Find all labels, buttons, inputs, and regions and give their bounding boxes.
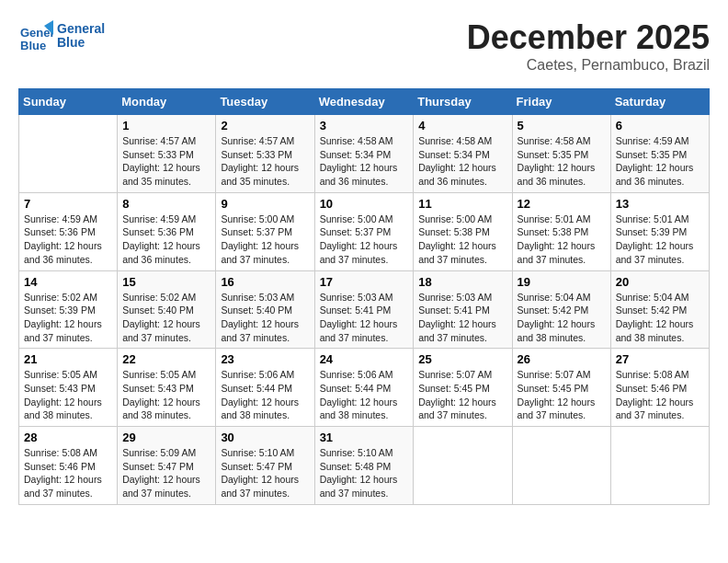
- calendar-cell: 9Sunrise: 5:00 AM Sunset: 5:37 PM Daylig…: [216, 192, 314, 270]
- day-info: Sunrise: 5:06 AM Sunset: 5:44 PM Dayligh…: [221, 368, 309, 422]
- day-info: Sunrise: 4:58 AM Sunset: 5:34 PM Dayligh…: [320, 134, 409, 189]
- calendar-cell: 2Sunrise: 4:57 AM Sunset: 5:33 PM Daylig…: [216, 115, 314, 193]
- day-info: Sunrise: 5:00 AM Sunset: 5:38 PM Dayligh…: [418, 213, 506, 267]
- day-info: Sunrise: 5:04 AM Sunset: 5:42 PM Dayligh…: [518, 291, 606, 345]
- day-info: Sunrise: 5:01 AM Sunset: 5:39 PM Dayligh…: [616, 213, 704, 267]
- calendar-cell: 31Sunrise: 5:10 AM Sunset: 5:48 PM Dayli…: [314, 427, 414, 505]
- calendar-week-3: 14Sunrise: 5:02 AM Sunset: 5:39 PM Dayli…: [19, 270, 710, 349]
- day-number: 19: [518, 275, 606, 289]
- calendar-cell: 19Sunrise: 5:04 AM Sunset: 5:42 PM Dayli…: [512, 270, 610, 349]
- day-info: Sunrise: 5:00 AM Sunset: 5:37 PM Dayligh…: [221, 213, 309, 267]
- calendar-cell: 6Sunrise: 4:59 AM Sunset: 5:35 PM Daylig…: [610, 115, 709, 193]
- day-number: 26: [518, 352, 606, 366]
- day-number: 8: [122, 197, 210, 211]
- calendar-cell: 26Sunrise: 5:07 AM Sunset: 5:45 PM Dayli…: [512, 349, 610, 427]
- calendar-cell: 20Sunrise: 5:04 AM Sunset: 5:42 PM Dayli…: [610, 270, 709, 349]
- page-header: General Blue General Blue December 2025 …: [18, 18, 710, 74]
- day-number: 14: [24, 275, 112, 289]
- day-info: Sunrise: 5:05 AM Sunset: 5:43 PM Dayligh…: [122, 368, 210, 422]
- header-wednesday: Wednesday: [314, 89, 414, 115]
- calendar-cell: 15Sunrise: 5:02 AM Sunset: 5:40 PM Dayli…: [118, 270, 216, 349]
- day-info: Sunrise: 5:09 AM Sunset: 5:47 PM Dayligh…: [122, 446, 210, 500]
- day-number: 24: [320, 352, 409, 366]
- day-number: 10: [320, 197, 409, 211]
- calendar-cell: 29Sunrise: 5:09 AM Sunset: 5:47 PM Dayli…: [118, 427, 216, 505]
- day-info: Sunrise: 4:58 AM Sunset: 5:35 PM Dayligh…: [518, 134, 606, 189]
- day-number: 30: [221, 431, 309, 444]
- header-saturday: Saturday: [610, 89, 709, 115]
- header-thursday: Thursday: [414, 89, 512, 115]
- day-info: Sunrise: 5:04 AM Sunset: 5:42 PM Dayligh…: [616, 291, 704, 345]
- calendar-cell: 13Sunrise: 5:01 AM Sunset: 5:39 PM Dayli…: [610, 192, 709, 270]
- month-title: December 2025: [467, 18, 710, 57]
- calendar-cell: 8Sunrise: 4:59 AM Sunset: 5:36 PM Daylig…: [118, 192, 216, 270]
- day-number: 21: [24, 352, 112, 366]
- calendar-week-1: 1Sunrise: 4:57 AM Sunset: 5:33 PM Daylig…: [19, 115, 710, 193]
- calendar-cell: 17Sunrise: 5:03 AM Sunset: 5:41 PM Dayli…: [314, 270, 414, 349]
- day-info: Sunrise: 5:06 AM Sunset: 5:44 PM Dayligh…: [320, 368, 409, 422]
- day-number: 27: [616, 352, 704, 366]
- day-number: 25: [418, 352, 506, 366]
- calendar-cell: [414, 427, 512, 505]
- day-info: Sunrise: 5:02 AM Sunset: 5:40 PM Dayligh…: [122, 291, 210, 345]
- calendar-cell: 4Sunrise: 4:58 AM Sunset: 5:34 PM Daylig…: [414, 115, 512, 193]
- calendar-week-2: 7Sunrise: 4:59 AM Sunset: 5:36 PM Daylig…: [19, 192, 710, 270]
- calendar-cell: 14Sunrise: 5:02 AM Sunset: 5:39 PM Dayli…: [19, 270, 118, 349]
- day-number: 20: [616, 275, 704, 289]
- day-info: Sunrise: 5:03 AM Sunset: 5:41 PM Dayligh…: [320, 291, 409, 345]
- calendar-cell: [610, 427, 709, 505]
- calendar-cell: 18Sunrise: 5:03 AM Sunset: 5:41 PM Dayli…: [414, 270, 512, 349]
- calendar-body: 1Sunrise: 4:57 AM Sunset: 5:33 PM Daylig…: [19, 115, 710, 505]
- header-sunday: Sunday: [19, 89, 118, 115]
- calendar-table: SundayMondayTuesdayWednesdayThursdayFrid…: [18, 88, 710, 505]
- calendar-header-row: SundayMondayTuesdayWednesdayThursdayFrid…: [19, 89, 710, 115]
- calendar-cell: 5Sunrise: 4:58 AM Sunset: 5:35 PM Daylig…: [512, 115, 610, 193]
- day-info: Sunrise: 5:00 AM Sunset: 5:37 PM Dayligh…: [320, 213, 409, 267]
- calendar-cell: 10Sunrise: 5:00 AM Sunset: 5:37 PM Dayli…: [314, 192, 414, 270]
- day-number: 4: [418, 119, 506, 132]
- day-info: Sunrise: 5:10 AM Sunset: 5:47 PM Dayligh…: [221, 446, 309, 500]
- day-number: 6: [616, 119, 704, 132]
- day-number: 28: [24, 431, 112, 444]
- logo-icon: General Blue: [18, 18, 53, 53]
- calendar-cell: 11Sunrise: 5:00 AM Sunset: 5:38 PM Dayli…: [414, 192, 512, 270]
- day-info: Sunrise: 4:58 AM Sunset: 5:34 PM Dayligh…: [418, 134, 506, 189]
- day-number: 1: [122, 119, 210, 132]
- day-number: 12: [518, 197, 606, 211]
- day-info: Sunrise: 5:05 AM Sunset: 5:43 PM Dayligh…: [24, 368, 112, 422]
- header-friday: Friday: [512, 89, 610, 115]
- day-info: Sunrise: 4:57 AM Sunset: 5:33 PM Dayligh…: [221, 134, 309, 189]
- calendar-cell: 28Sunrise: 5:08 AM Sunset: 5:46 PM Dayli…: [19, 427, 118, 505]
- day-info: Sunrise: 5:10 AM Sunset: 5:48 PM Dayligh…: [320, 446, 409, 500]
- header-tuesday: Tuesday: [216, 89, 314, 115]
- day-number: 11: [418, 197, 506, 211]
- logo-general: General: [57, 22, 105, 36]
- day-number: 15: [122, 275, 210, 289]
- day-info: Sunrise: 5:07 AM Sunset: 5:45 PM Dayligh…: [518, 368, 606, 422]
- day-number: 17: [320, 275, 409, 289]
- day-number: 2: [221, 119, 309, 132]
- logo-blue: Blue: [57, 36, 105, 50]
- day-info: Sunrise: 5:03 AM Sunset: 5:41 PM Dayligh…: [418, 291, 506, 345]
- calendar-cell: 25Sunrise: 5:07 AM Sunset: 5:45 PM Dayli…: [414, 349, 512, 427]
- calendar-cell: 24Sunrise: 5:06 AM Sunset: 5:44 PM Dayli…: [314, 349, 414, 427]
- day-info: Sunrise: 4:59 AM Sunset: 5:35 PM Dayligh…: [616, 134, 704, 189]
- calendar-cell: 1Sunrise: 4:57 AM Sunset: 5:33 PM Daylig…: [118, 115, 216, 193]
- day-info: Sunrise: 4:59 AM Sunset: 5:36 PM Dayligh…: [24, 213, 112, 267]
- day-info: Sunrise: 5:07 AM Sunset: 5:45 PM Dayligh…: [418, 368, 506, 422]
- day-info: Sunrise: 5:08 AM Sunset: 5:46 PM Dayligh…: [24, 446, 112, 500]
- day-number: 13: [616, 197, 704, 211]
- day-number: 16: [221, 275, 309, 289]
- day-info: Sunrise: 5:03 AM Sunset: 5:40 PM Dayligh…: [221, 291, 309, 345]
- calendar-cell: 27Sunrise: 5:08 AM Sunset: 5:46 PM Dayli…: [610, 349, 709, 427]
- day-number: 7: [24, 197, 112, 211]
- day-number: 22: [122, 352, 210, 366]
- day-number: 23: [221, 352, 309, 366]
- day-number: 31: [320, 431, 409, 444]
- calendar-week-5: 28Sunrise: 5:08 AM Sunset: 5:46 PM Dayli…: [19, 427, 710, 505]
- calendar-cell: 3Sunrise: 4:58 AM Sunset: 5:34 PM Daylig…: [314, 115, 414, 193]
- day-number: 5: [518, 119, 606, 132]
- calendar-cell: 16Sunrise: 5:03 AM Sunset: 5:40 PM Dayli…: [216, 270, 314, 349]
- calendar-cell: 23Sunrise: 5:06 AM Sunset: 5:44 PM Dayli…: [216, 349, 314, 427]
- calendar-cell: 21Sunrise: 5:05 AM Sunset: 5:43 PM Dayli…: [19, 349, 118, 427]
